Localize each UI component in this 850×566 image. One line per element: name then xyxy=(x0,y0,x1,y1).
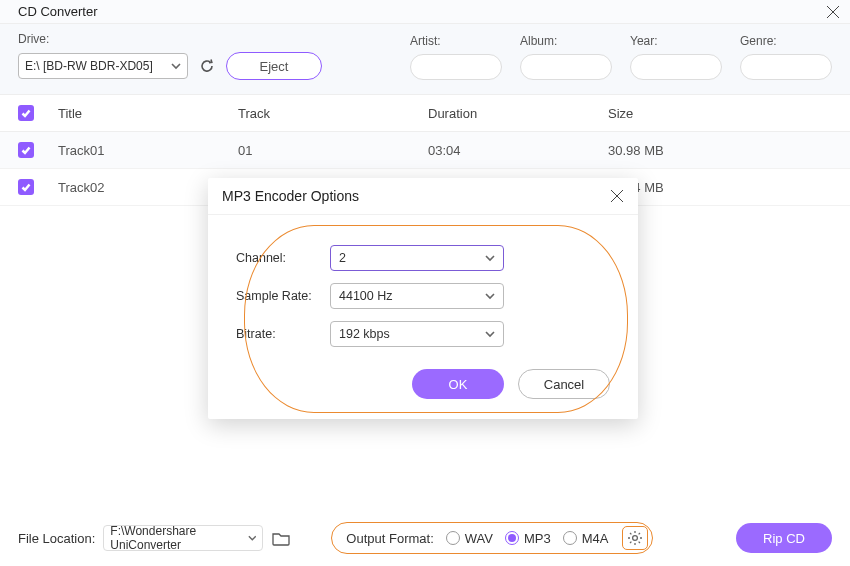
row-duration: 03:04 xyxy=(428,143,608,158)
file-location-label: File Location: xyxy=(18,531,95,546)
genre-label: Genre: xyxy=(740,34,832,48)
eject-button[interactable]: Eject xyxy=(226,52,322,80)
col-duration: Duration xyxy=(428,106,608,121)
genre-input[interactable] xyxy=(740,54,832,80)
svg-point-2 xyxy=(633,536,638,541)
format-mp3-label: MP3 xyxy=(524,531,551,546)
file-location-value: F:\Wondershare UniConverter xyxy=(110,524,247,552)
format-mp3-radio[interactable]: MP3 xyxy=(505,531,551,546)
sample-rate-value: 44100 Hz xyxy=(339,289,393,303)
sample-rate-label: Sample Rate: xyxy=(236,289,330,303)
ok-button[interactable]: OK xyxy=(412,369,504,399)
row-track: 01 xyxy=(238,143,428,158)
album-input[interactable] xyxy=(520,54,612,80)
row-title: Track01 xyxy=(58,143,238,158)
chevron-down-icon xyxy=(485,291,495,301)
col-title: Title xyxy=(58,106,238,121)
bitrate-value: 192 kbps xyxy=(339,327,390,341)
window-title: CD Converter xyxy=(18,4,97,19)
rip-cd-button[interactable]: Rip CD xyxy=(736,523,832,553)
sample-rate-select[interactable]: 44100 Hz xyxy=(330,283,504,309)
format-wav-radio[interactable]: WAV xyxy=(446,531,493,546)
row-size: 30.64 MB xyxy=(608,180,832,195)
row-checkbox[interactable] xyxy=(18,142,34,158)
artist-input[interactable] xyxy=(410,54,502,80)
open-folder-button[interactable] xyxy=(269,527,293,549)
year-label: Year: xyxy=(630,34,722,48)
channel-label: Channel: xyxy=(236,251,330,265)
year-input[interactable] xyxy=(630,54,722,80)
modal-title: MP3 Encoder Options xyxy=(222,188,359,204)
output-format-label: Output Format: xyxy=(346,531,433,546)
album-label: Album: xyxy=(520,34,612,48)
drive-value: E:\ [BD-RW BDR-XD05] xyxy=(25,59,153,73)
artist-label: Artist: xyxy=(410,34,502,48)
format-m4a-radio[interactable]: M4A xyxy=(563,531,609,546)
col-size: Size xyxy=(608,106,832,121)
chevron-down-icon xyxy=(248,533,257,543)
close-icon[interactable] xyxy=(826,5,840,19)
select-all-checkbox[interactable] xyxy=(18,105,34,121)
cancel-button[interactable]: Cancel xyxy=(518,369,610,399)
drive-select[interactable]: E:\ [BD-RW BDR-XD05] xyxy=(18,53,188,79)
file-location-select[interactable]: F:\Wondershare UniConverter xyxy=(103,525,263,551)
chevron-down-icon xyxy=(485,329,495,339)
refresh-button[interactable] xyxy=(196,55,218,77)
chevron-down-icon xyxy=(171,61,181,71)
chevron-down-icon xyxy=(485,253,495,263)
output-format-group: Output Format: WAV MP3 M4A xyxy=(331,522,653,554)
format-wav-label: WAV xyxy=(465,531,493,546)
drive-label: Drive: xyxy=(18,32,322,46)
gear-icon xyxy=(627,530,643,546)
bitrate-label: Bitrate: xyxy=(236,327,330,341)
col-track: Track xyxy=(238,106,428,121)
table-row[interactable]: Track01 01 03:04 30.98 MB xyxy=(0,132,850,169)
format-m4a-label: M4A xyxy=(582,531,609,546)
bitrate-select[interactable]: 192 kbps xyxy=(330,321,504,347)
encoder-options-modal: MP3 Encoder Options Channel: 2 Sample Ra… xyxy=(208,178,638,419)
modal-close-icon[interactable] xyxy=(610,189,624,203)
folder-icon xyxy=(272,531,290,546)
channel-select[interactable]: 2 xyxy=(330,245,504,271)
channel-value: 2 xyxy=(339,251,346,265)
encoder-settings-button[interactable] xyxy=(622,526,648,550)
row-checkbox[interactable] xyxy=(18,179,34,195)
refresh-icon xyxy=(199,58,215,74)
row-size: 30.98 MB xyxy=(608,143,832,158)
